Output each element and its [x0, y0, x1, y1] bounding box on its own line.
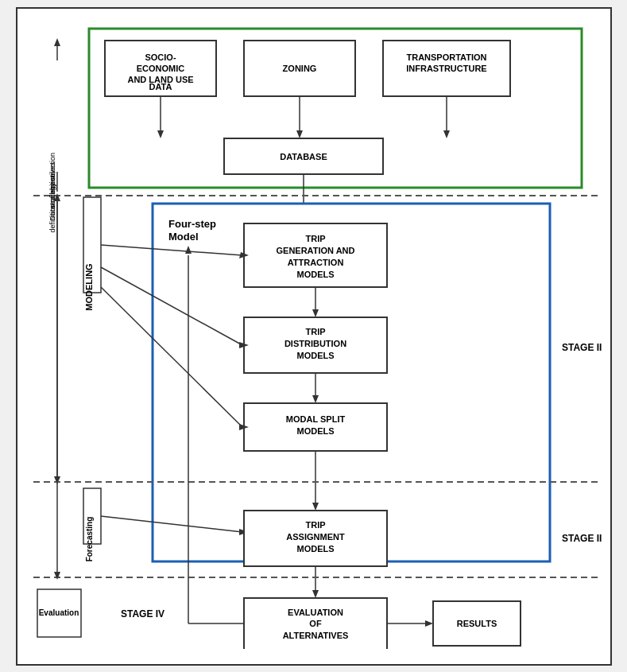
transportation-label1: TRANSPORTATION: [406, 52, 486, 62]
modal-split-label2: MODELS: [296, 426, 334, 436]
trip-dist-label3: MODELS: [296, 351, 334, 360]
stage-ii-label: STAGE II: [562, 342, 602, 353]
eval-alt-label2: OF: [309, 619, 322, 628]
transportation-label2: INFRASTRUCTURE: [406, 64, 486, 73]
arrowhead-forecast-down: [54, 572, 60, 580]
eval-alt-label1: EVALUATION: [288, 608, 343, 617]
stage-iv-label: STAGE IV: [121, 608, 164, 620]
trip-assign-label2: ASSIGNMENT: [286, 532, 345, 542]
arrowhead-assign-eval: [312, 590, 319, 598]
trip-gen-label3: ATTRACTION: [287, 258, 343, 267]
evaluation-label: Evaluation: [38, 608, 79, 617]
forecasting-label: Forecasting: [85, 516, 94, 561]
modal-split-label1: MODAL SPLIT: [285, 414, 345, 424]
database-label: DATABASE: [280, 152, 327, 161]
zoning-label: ZONING: [282, 64, 316, 73]
results-label: RESULTS: [456, 619, 497, 628]
diagram-wrapper: SOCIO- ECONOMIC AND LAND USE DATA ZONING…: [16, 7, 612, 666]
stage-iii-label: STAGE III: [562, 533, 602, 544]
trip-gen-label4: MODELS: [296, 270, 334, 279]
socio-economic-label: SOCIO-: [145, 52, 176, 62]
trip-assign-label3: MODELS: [296, 544, 334, 554]
trip-gen-label2: GENERATION AND: [276, 246, 354, 255]
four-step-label2: Model: [168, 231, 199, 243]
trip-assign-label1: TRIP: [305, 520, 325, 530]
four-step-label: Four-step: [168, 218, 216, 230]
eval-alt-label3: ALTERNATIVES: [282, 631, 348, 640]
socio-economic-label4: DATA: [149, 82, 172, 91]
socio-economic-label2: ECONOMIC: [136, 64, 184, 73]
modeling-label: MODELING: [84, 263, 94, 310]
trip-gen-label1: TRIP: [305, 234, 325, 243]
arrowhead-left-top: [54, 38, 60, 46]
trip-dist-label2: DISTRIBUTION: [284, 339, 346, 348]
trip-dist-label1: TRIP: [305, 327, 325, 336]
arrowhead-eval-results: [425, 620, 433, 627]
main-diagram: SOCIO- ECONOMIC AND LAND USE DATA ZONING…: [29, 21, 602, 649]
